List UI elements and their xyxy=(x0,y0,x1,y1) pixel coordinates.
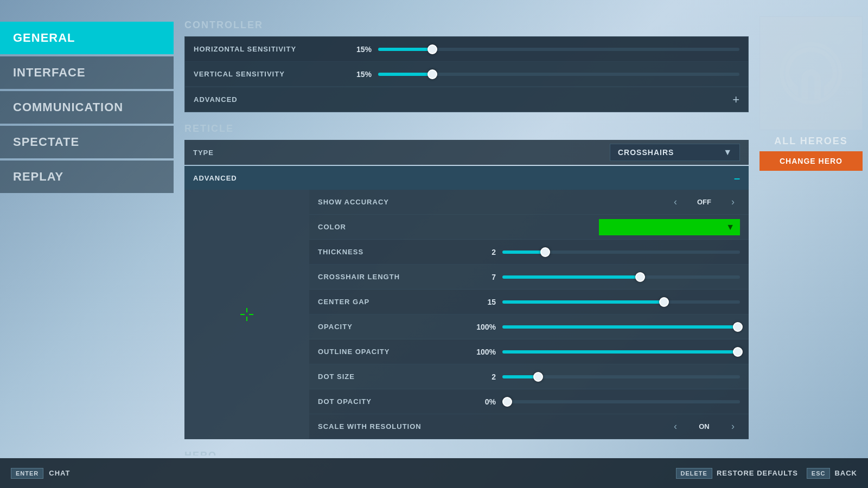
scale-resolution-row: SCALE WITH RESOLUTION ‹ ON › xyxy=(309,414,749,439)
thickness-thumb xyxy=(540,247,550,257)
outline-opacity-thumb xyxy=(733,347,743,357)
dot-opacity-slider[interactable] xyxy=(502,400,740,403)
opacity-thumb xyxy=(733,322,743,332)
horizontal-sensitivity-row: HORIZONTAL SENSITIVITY 15% xyxy=(185,37,748,62)
reticle-type-label: TYPE xyxy=(193,149,610,157)
enter-key-badge: ENTER xyxy=(11,468,43,479)
reticle-type-dropdown-arrow-icon: ▼ xyxy=(723,147,732,157)
color-label: COLOR xyxy=(318,223,599,231)
reticle-section-title: RETICLE xyxy=(184,123,749,134)
back-action: ESC BACK xyxy=(807,468,857,479)
color-dropdown-arrow-icon: ▼ xyxy=(726,222,735,232)
back-label[interactable]: BACK xyxy=(834,469,857,477)
outline-opacity-value: 100% xyxy=(470,348,502,356)
sidebar: GENERAL INTERFACE COMMUNICATION SPECTATE… xyxy=(0,0,174,488)
scale-resolution-label: SCALE WITH RESOLUTION xyxy=(318,422,668,431)
scale-resolution-left-arrow-icon[interactable]: ‹ xyxy=(668,421,682,432)
sidebar-item-communication[interactable]: COMMUNICATION xyxy=(0,91,174,124)
outline-opacity-label: OUTLINE OPACITY xyxy=(318,348,470,356)
opacity-value: 100% xyxy=(470,323,502,331)
dot-opacity-label: DOT OPACITY xyxy=(318,397,470,406)
sidebar-item-label: INTERFACE xyxy=(13,66,86,80)
outline-opacity-row: OUTLINE OPACITY 100% xyxy=(309,339,749,364)
horizontal-sensitivity-value: 15% xyxy=(346,45,378,54)
vertical-sensitivity-thumb xyxy=(427,69,437,79)
reticle-type-dropdown[interactable]: CROSSHAIRS ▼ xyxy=(610,144,740,161)
center-gap-slider[interactable] xyxy=(502,300,740,304)
thickness-slider[interactable] xyxy=(502,251,740,254)
crosshair-length-thumb xyxy=(635,272,645,282)
show-accuracy-control: ‹ OFF › xyxy=(668,196,740,208)
horizontal-sensitivity-thumb xyxy=(427,44,437,54)
dot-size-row: DOT SIZE 2 xyxy=(309,364,749,389)
opacity-fill xyxy=(502,325,740,329)
vertical-sensitivity-label: VERTICAL SENSITIVITY xyxy=(194,70,346,78)
crosshair-length-fill xyxy=(502,275,640,279)
hero-portrait xyxy=(760,16,863,130)
outline-opacity-fill xyxy=(502,350,740,354)
reticle-advanced-label: ADVANCED xyxy=(193,174,237,182)
reticle-advanced-toggle-icon: – xyxy=(734,172,740,184)
show-accuracy-left-arrow-icon[interactable]: ‹ xyxy=(668,196,682,208)
outline-opacity-slider[interactable] xyxy=(502,350,740,354)
color-row: COLOR ▼ xyxy=(309,215,749,240)
thickness-label: THICKNESS xyxy=(318,248,470,256)
bottom-bar-left: ENTER CHAT xyxy=(11,468,70,479)
hero-name: ALL HEROES xyxy=(774,136,848,147)
center-gap-value: 15 xyxy=(470,298,502,306)
thickness-fill xyxy=(502,251,545,254)
show-accuracy-label: SHOW ACCURACY xyxy=(318,198,668,206)
reticle-advanced-header[interactable]: ADVANCED – xyxy=(184,166,749,190)
horizontal-sensitivity-label: HORIZONTAL SENSITIVITY xyxy=(194,45,346,53)
vertical-sensitivity-fill xyxy=(378,73,432,76)
controller-advanced-label: ADVANCED xyxy=(194,95,732,104)
right-panel: ALL HEROES CHANGE HERO xyxy=(754,16,868,171)
crosshair-preview xyxy=(240,308,253,321)
dot-size-thumb xyxy=(533,372,543,382)
crosshair-length-label: CROSSHAIR LENGTH xyxy=(318,273,470,281)
sidebar-item-replay[interactable]: REPLAY xyxy=(0,160,174,193)
thickness-value: 2 xyxy=(470,248,502,256)
bottom-bar-right: DELETE RESTORE DEFAULTS ESC BACK xyxy=(676,468,857,479)
vertical-sensitivity-slider[interactable] xyxy=(378,73,739,76)
chat-label: CHAT xyxy=(49,469,70,477)
dot-size-label: DOT SIZE xyxy=(318,373,470,381)
sidebar-item-label: REPLAY xyxy=(13,170,63,184)
crosshair-length-value: 7 xyxy=(470,273,502,281)
controller-advanced-row[interactable]: ADVANCED + xyxy=(185,87,748,112)
dot-opacity-value: 0% xyxy=(470,397,502,406)
sidebar-item-general[interactable]: GENERAL xyxy=(0,22,174,54)
opacity-slider[interactable] xyxy=(502,325,740,329)
opacity-row: OPACITY 100% xyxy=(309,314,749,339)
reticle-settings-list: SHOW ACCURACY ‹ OFF › COLOR ▼ TH xyxy=(309,190,749,439)
reticle-type-row: TYPE CROSSHAIRS ▼ xyxy=(184,140,749,165)
reticle-advanced-section: ADVANCED – SHOW ACCURACY ‹ OFF › xyxy=(184,166,749,439)
restore-defaults-label[interactable]: RESTORE DEFAULTS xyxy=(717,469,798,477)
dot-size-slider[interactable] xyxy=(502,375,740,378)
center-gap-row: CENTER GAP 15 xyxy=(309,290,749,314)
center-gap-fill xyxy=(502,300,664,304)
sidebar-item-label: COMMUNICATION xyxy=(13,100,123,114)
thickness-row: THICKNESS 2 xyxy=(309,240,749,265)
crosshair-preview-area xyxy=(184,190,309,439)
change-hero-button[interactable]: CHANGE HERO xyxy=(760,151,863,171)
hero-section: HERO ALLIED HEALTH BARS DEFAULT ▼ xyxy=(184,450,749,455)
sidebar-item-label: GENERAL xyxy=(13,31,75,45)
horizontal-sensitivity-slider[interactable] xyxy=(378,48,739,51)
sidebar-item-interface[interactable]: INTERFACE xyxy=(0,56,174,89)
overwatch-logo-icon xyxy=(778,41,844,106)
show-accuracy-right-arrow-icon[interactable]: › xyxy=(726,196,740,208)
show-accuracy-value: OFF xyxy=(682,198,726,206)
color-dropdown[interactable]: ▼ xyxy=(599,219,740,235)
reticle-type-value: CROSSHAIRS xyxy=(618,148,723,157)
main-content: CONTROLLER HORIZONTAL SENSITIVITY 15% VE… xyxy=(184,11,749,455)
scale-resolution-right-arrow-icon[interactable]: › xyxy=(726,421,740,432)
crosshair-length-row: CROSSHAIR LENGTH 7 xyxy=(309,265,749,290)
dot-opacity-thumb xyxy=(502,397,512,407)
center-gap-label: CENTER GAP xyxy=(318,298,470,306)
crosshair-length-slider[interactable] xyxy=(502,275,740,279)
vertical-sensitivity-value: 15% xyxy=(346,70,378,79)
dot-size-value: 2 xyxy=(470,373,502,381)
sidebar-item-spectate[interactable]: SPECTATE xyxy=(0,126,174,158)
center-gap-thumb xyxy=(659,297,669,307)
